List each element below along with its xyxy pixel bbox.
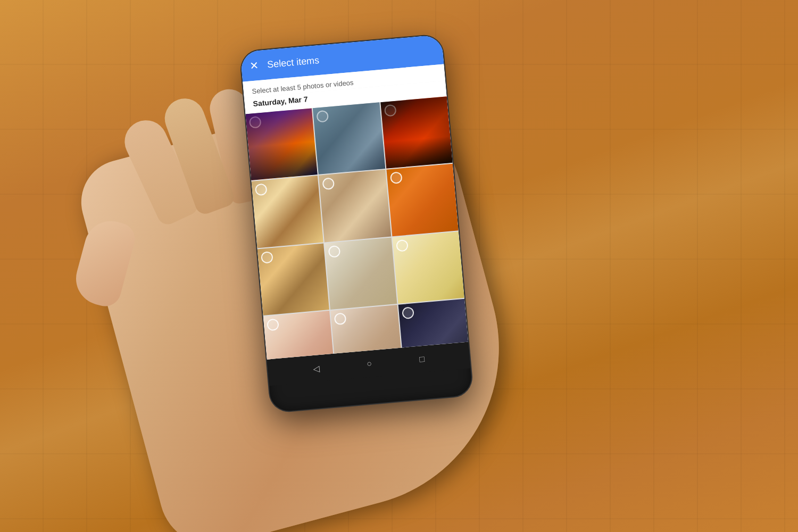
photo-item-6[interactable]: [386, 164, 459, 236]
selection-circle-2[interactable]: [317, 110, 329, 123]
photo-item-8[interactable]: [325, 237, 397, 310]
selection-circle-5[interactable]: [322, 178, 335, 190]
photo-item-10[interactable]: [263, 311, 336, 360]
photo-item-4[interactable]: [251, 176, 323, 248]
photo-item-7[interactable]: [257, 243, 329, 315]
selection-circle-3[interactable]: [384, 104, 396, 117]
back-nav-button[interactable]: ◁: [312, 363, 320, 374]
selection-circle-11[interactable]: [334, 312, 347, 325]
photo-item-3[interactable]: [380, 96, 453, 169]
photo-item-2[interactable]: [313, 102, 385, 174]
photo-item-1[interactable]: [245, 108, 318, 180]
selection-circle-6[interactable]: [390, 172, 403, 185]
photo-item-9[interactable]: [392, 231, 464, 304]
selection-circle-8[interactable]: [328, 245, 341, 258]
home-nav-button[interactable]: ○: [367, 359, 372, 369]
selection-circle-4[interactable]: [255, 184, 268, 196]
phone: ☷ ▲ ▲ ▭ 16:56 ✕ Select items Select at l…: [240, 35, 473, 413]
selection-circle-10[interactable]: [267, 319, 279, 331]
selection-circle-1[interactable]: [249, 116, 262, 129]
selection-circle-9[interactable]: [396, 239, 409, 252]
photo-item-5[interactable]: [319, 170, 391, 242]
phone-screen: ✕ Select items Select at least 5 photos …: [240, 35, 468, 360]
selection-circle-12[interactable]: [402, 306, 414, 319]
selection-circle-7[interactable]: [261, 251, 273, 264]
close-button[interactable]: ✕: [249, 59, 259, 72]
recents-nav-button[interactable]: □: [419, 354, 425, 364]
scene: ☷ ▲ ▲ ▭ 16:56 ✕ Select items Select at l…: [160, 27, 638, 505]
app-bar-title: Select items: [267, 45, 435, 70]
photo-grid: [245, 96, 468, 359]
